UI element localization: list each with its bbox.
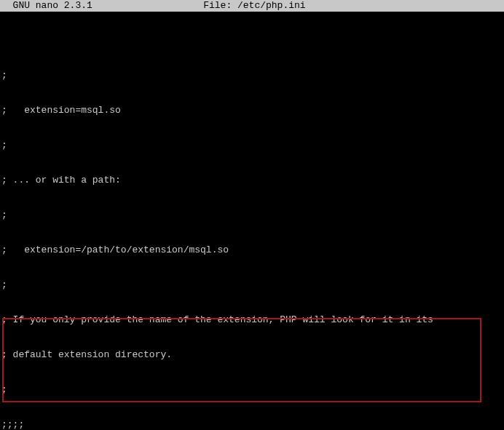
editor-line bbox=[1, 35, 503, 47]
editor-line: ; bbox=[1, 70, 503, 81]
editor-line: ; If you only provide the name of the ex… bbox=[1, 314, 503, 326]
app-name: GNU nano 2.3.1 bbox=[1, 0, 92, 12]
file-path: File: /etc/php.ini bbox=[92, 0, 504, 12]
editor-line: ; default extension directory. bbox=[1, 349, 503, 361]
title-bar: GNU nano 2.3.1 File: /etc/php.ini bbox=[0, 0, 504, 12]
editor-line: ; ... or with a path: bbox=[1, 175, 503, 186]
editor-line: ; bbox=[1, 210, 503, 221]
editor-line: ; extension=/path/to/extension/msql.so bbox=[1, 244, 503, 256]
editor-line: ; bbox=[1, 384, 503, 396]
editor-content[interactable]: ; ; extension=msql.so ; ; ... or with a … bbox=[0, 12, 504, 430]
editor-line: ; bbox=[1, 140, 503, 151]
editor-line: ; bbox=[1, 279, 503, 291]
editor-line: ; extension=msql.so bbox=[1, 105, 503, 116]
editor-line: ;;;; bbox=[1, 419, 503, 430]
